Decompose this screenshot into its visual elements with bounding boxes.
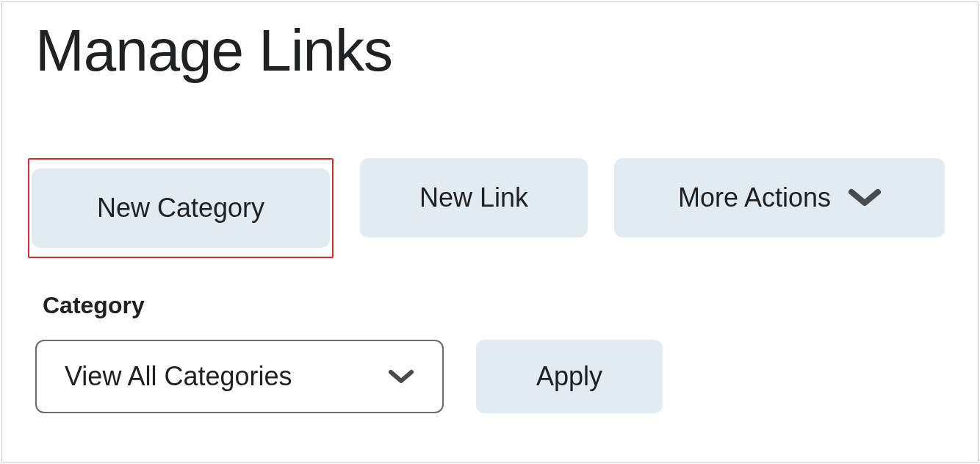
apply-label: Apply	[536, 361, 602, 392]
category-select-value: View All Categories	[65, 361, 292, 392]
toolbar: New Category New Link More Actions	[35, 158, 945, 258]
filter-row: View All Categories Apply	[35, 340, 945, 413]
category-label: Category	[43, 292, 945, 319]
new-link-button[interactable]: New Link	[360, 158, 588, 238]
chevron-down-icon	[849, 188, 881, 207]
more-actions-button[interactable]: More Actions	[614, 158, 945, 238]
page-title: Manage Links	[35, 17, 945, 85]
new-link-label: New Link	[419, 182, 528, 213]
page-container: Manage Links New Category New Link More …	[1, 1, 979, 463]
apply-button[interactable]: Apply	[476, 340, 663, 413]
new-category-highlight: New Category	[28, 158, 334, 258]
new-category-button[interactable]: New Category	[32, 168, 330, 248]
chevron-down-icon	[388, 368, 414, 385]
category-select[interactable]: View All Categories	[35, 340, 444, 413]
more-actions-label: More Actions	[678, 182, 831, 213]
new-category-label: New Category	[97, 193, 264, 224]
